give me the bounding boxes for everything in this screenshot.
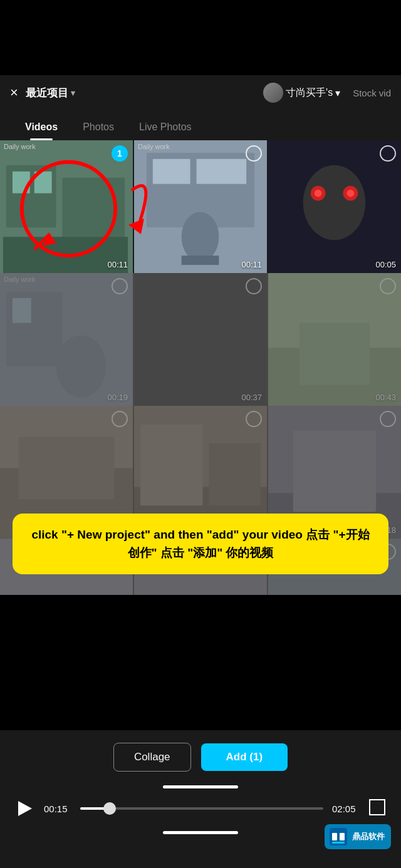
select-circle-3[interactable] bbox=[380, 145, 396, 162]
video-duration-4: 00:19 bbox=[107, 393, 128, 402]
video-thumb-1 bbox=[0, 140, 133, 273]
chevron-down-icon[interactable]: ▾ bbox=[71, 88, 75, 98]
tab-photos[interactable]: Photos bbox=[70, 114, 127, 140]
watermark: 鼎品软件 bbox=[325, 824, 391, 849]
play-icon bbox=[18, 801, 32, 816]
video-duration-1: 00:11 bbox=[107, 260, 128, 269]
tab-bar: Videos Photos Live Photos bbox=[0, 110, 401, 140]
svg-rect-31 bbox=[19, 437, 114, 500]
video-duration-6: 00:43 bbox=[375, 393, 396, 402]
fullscreen-button[interactable] bbox=[368, 798, 386, 819]
svg-rect-46 bbox=[340, 833, 345, 840]
total-time: 02:05 bbox=[332, 803, 360, 814]
home-indicator-area bbox=[0, 779, 401, 792]
svg-point-13 bbox=[182, 212, 219, 262]
svg-rect-38 bbox=[293, 431, 376, 512]
avatar bbox=[263, 83, 283, 103]
current-time: 00:15 bbox=[44, 803, 71, 814]
svg-point-20 bbox=[346, 190, 354, 197]
video-duration-2: 00:11 bbox=[241, 260, 262, 269]
brand-logo-icon bbox=[330, 828, 347, 845]
svg-rect-35 bbox=[209, 443, 261, 506]
video-cell-6[interactable]: 00:43 bbox=[268, 273, 401, 406]
bottom-home-bar bbox=[163, 831, 238, 834]
select-circle-4[interactable] bbox=[112, 278, 128, 294]
nav-title: 最近项目 ▾ bbox=[26, 86, 75, 100]
home-indicator bbox=[163, 785, 238, 788]
svg-point-24 bbox=[56, 336, 107, 398]
svg-rect-23 bbox=[13, 298, 31, 323]
video-thumb-6 bbox=[268, 273, 401, 406]
playback-bar: 00:15 02:05 bbox=[0, 792, 401, 825]
svg-rect-28 bbox=[299, 323, 370, 386]
svg-rect-14 bbox=[182, 256, 219, 265]
album1-label: 寸尚买手's bbox=[286, 86, 333, 100]
collage-button[interactable]: Collage bbox=[113, 743, 191, 772]
video-title-2: Daily work bbox=[138, 143, 170, 150]
nav-bar: × 最近项目 ▾ 寸尚买手's ▾ Stock vid bbox=[0, 75, 401, 110]
video-cell-5[interactable]: 00:37 bbox=[134, 273, 267, 406]
progress-thumb[interactable] bbox=[103, 802, 116, 815]
select-circle-6[interactable] bbox=[380, 278, 396, 294]
nav-title-text: 最近项目 bbox=[26, 86, 68, 100]
content-area: × 最近项目 ▾ 寸尚买手's ▾ Stock vid Videos Photo… bbox=[0, 75, 401, 868]
video-thumb-3 bbox=[268, 140, 401, 273]
select-circle-9[interactable] bbox=[380, 411, 396, 427]
video-duration-3: 00:05 bbox=[375, 260, 396, 269]
fullscreen-icon bbox=[368, 798, 386, 816]
svg-rect-12 bbox=[197, 159, 247, 184]
nav-album[interactable]: 寸尚买手's ▾ bbox=[263, 83, 340, 103]
action-buttons: Collage Add (1) bbox=[0, 730, 401, 779]
video-cell-4[interactable]: Daily work 00:19 bbox=[0, 273, 133, 406]
grid-row-2: Daily work 00:19 00:37 bbox=[0, 273, 401, 406]
video-title-4: Daily work bbox=[4, 276, 36, 283]
instruction-text: click "+ New project" and then "add" you… bbox=[28, 526, 373, 562]
svg-rect-2 bbox=[13, 172, 30, 194]
svg-point-16 bbox=[303, 165, 366, 240]
svg-rect-3 bbox=[34, 172, 52, 194]
svg-rect-43 bbox=[370, 800, 385, 815]
nav-stock[interactable]: Stock vid bbox=[353, 88, 391, 98]
svg-rect-11 bbox=[153, 159, 190, 184]
video-thumb-2 bbox=[134, 140, 267, 273]
svg-rect-45 bbox=[332, 833, 337, 840]
video-title-1: Daily work bbox=[4, 143, 36, 150]
select-circle-8[interactable] bbox=[246, 411, 262, 427]
progress-fill bbox=[80, 807, 110, 810]
svg-rect-47 bbox=[332, 842, 345, 844]
top-black-area bbox=[0, 0, 401, 75]
select-circle-5[interactable] bbox=[246, 278, 262, 294]
instruction-box: click "+ New project" and then "add" you… bbox=[13, 514, 388, 574]
video-cell-2[interactable]: Daily work 00:11 bbox=[134, 140, 267, 273]
video-thumb-4 bbox=[0, 273, 133, 406]
select-circle-7[interactable] bbox=[112, 411, 128, 427]
add-button[interactable]: Add (1) bbox=[201, 743, 288, 771]
watermark-text: 鼎品软件 bbox=[352, 831, 385, 842]
svg-rect-34 bbox=[140, 425, 203, 505]
select-badge-1[interactable]: 1 bbox=[112, 145, 128, 162]
video-cell-1[interactable]: Daily work 00:11 1 bbox=[0, 140, 133, 273]
grid-row-1: Daily work 00:11 1 bbox=[0, 140, 401, 273]
tab-videos[interactable]: Videos bbox=[13, 114, 70, 140]
svg-point-19 bbox=[315, 190, 322, 197]
close-button[interactable]: × bbox=[10, 85, 18, 101]
video-duration-5: 00:37 bbox=[241, 393, 262, 402]
video-cell-3[interactable]: 00:05 bbox=[268, 140, 401, 273]
svg-rect-25 bbox=[134, 273, 267, 406]
watermark-logo bbox=[328, 827, 348, 847]
select-circle-2[interactable] bbox=[246, 145, 262, 162]
play-button[interactable] bbox=[15, 798, 35, 819]
video-thumb-5 bbox=[134, 273, 267, 406]
tab-live-photos[interactable]: Live Photos bbox=[127, 114, 204, 140]
progress-bar[interactable] bbox=[80, 807, 323, 810]
app-wrapper: × 最近项目 ▾ 寸尚买手's ▾ Stock vid Videos Photo… bbox=[0, 0, 401, 868]
album-chevron-icon: ▾ bbox=[335, 87, 340, 99]
